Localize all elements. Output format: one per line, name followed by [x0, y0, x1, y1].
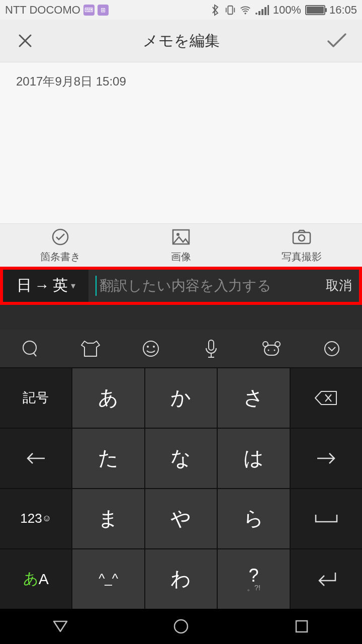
key-mode-switch[interactable]: あA: [0, 549, 71, 609]
wifi-icon: [240, 5, 251, 16]
suggestion-strip: [0, 305, 362, 330]
search-tool[interactable]: [0, 330, 60, 367]
status-bar: NTT DOCOMO ⌨ ⊞ 100% 16:05: [0, 0, 362, 20]
key-symbols[interactable]: 記号: [0, 368, 71, 428]
svg-point-13: [143, 341, 158, 356]
enter-icon: [315, 571, 337, 588]
vibrate-icon: [225, 5, 236, 16]
svg-point-7: [53, 229, 68, 245]
key-left[interactable]: [0, 429, 71, 488]
key-ha[interactable]: は: [218, 429, 289, 488]
language-selector[interactable]: 日 → 英 ▾: [3, 270, 88, 302]
key-backspace[interactable]: [291, 368, 362, 428]
key-ra[interactable]: ら: [218, 489, 289, 548]
collapse-tool[interactable]: [302, 330, 362, 367]
app-header: メモを編集: [0, 20, 362, 62]
memo-editor[interactable]: 2017年9月8日 15:09: [0, 62, 362, 223]
microphone-icon: [204, 339, 218, 358]
lang-from: 日: [17, 275, 32, 296]
key-ma[interactable]: ま: [72, 489, 144, 548]
key-punct[interactable]: ? 。?!: [218, 549, 289, 609]
svg-point-12: [23, 341, 36, 354]
emoji-tool[interactable]: [121, 330, 181, 367]
key-numeric[interactable]: 123☺: [0, 489, 71, 548]
circle-icon: [173, 618, 189, 634]
tshirt-tool[interactable]: [60, 330, 121, 367]
svg-point-11: [299, 235, 305, 241]
keyboard: 記号 あ か さ た な は 123☺ ま や ら あA ^_^ わ ? 。?!: [0, 367, 362, 609]
ime-badge-icon: ⌨: [83, 5, 95, 16]
svg-rect-19: [264, 345, 279, 355]
keyboard-toolbar: [0, 330, 362, 367]
svg-rect-3: [258, 11, 260, 15]
nav-back-button[interactable]: [49, 615, 71, 637]
svg-rect-6: [267, 5, 269, 15]
translate-input[interactable]: 翻訳したい内容を入力する: [88, 270, 319, 302]
key-a[interactable]: あ: [72, 368, 144, 428]
svg-point-14: [147, 346, 149, 348]
translate-cancel-button[interactable]: 取消: [319, 270, 359, 302]
image-button[interactable]: 画像: [121, 224, 241, 266]
key-enter[interactable]: [291, 549, 362, 609]
memo-timestamp: 2017年9月8日 15:09: [16, 73, 346, 90]
carrier-label: NTT DOCOMO: [5, 4, 80, 17]
svg-point-22: [325, 342, 339, 356]
attach-toolbar: 箇条書き 画像 写真撮影: [0, 223, 362, 266]
key-kaomoji[interactable]: ^_^: [72, 549, 144, 609]
svg-rect-16: [209, 340, 214, 350]
svg-rect-5: [264, 7, 266, 15]
svg-point-9: [176, 233, 179, 236]
chevron-down-icon: ▾: [71, 280, 75, 291]
key-ya[interactable]: や: [145, 489, 217, 548]
svg-point-2: [255, 13, 257, 15]
image-label: 画像: [171, 250, 191, 264]
bear-icon: [261, 340, 282, 357]
check-circle-icon: [50, 227, 70, 247]
key-sa[interactable]: さ: [218, 368, 289, 428]
image-icon: [171, 227, 191, 247]
chevron-down-circle-icon: [323, 340, 340, 357]
signal-icon: [255, 5, 269, 16]
svg-rect-24: [296, 621, 307, 632]
svg-rect-4: [261, 9, 263, 15]
battery-pct-label: 100%: [273, 4, 301, 17]
translate-bar: 日 → 英 ▾ 翻訳したい内容を入力する 取消: [0, 267, 362, 305]
key-right[interactable]: [291, 429, 362, 488]
tshirt-icon: [80, 340, 101, 357]
svg-point-21: [274, 349, 276, 351]
close-button[interactable]: [14, 30, 36, 52]
nav-home-button[interactable]: [170, 615, 192, 637]
bullet-list-button[interactable]: 箇条書き: [0, 224, 121, 266]
svg-point-1: [244, 13, 246, 14]
key-ta[interactable]: た: [72, 429, 144, 488]
triangle-down-icon: [52, 619, 69, 633]
bullet-list-label: 箇条書き: [40, 250, 80, 264]
camera-button[interactable]: 写真撮影: [241, 224, 362, 266]
mic-tool[interactable]: [181, 330, 241, 367]
camera-icon: [292, 227, 312, 247]
key-space[interactable]: [291, 489, 362, 548]
system-nav-bar: [0, 609, 362, 644]
svg-point-23: [174, 620, 188, 633]
camera-label: 写真撮影: [282, 250, 322, 264]
smile-icon: [142, 340, 160, 358]
text-cursor: [96, 276, 97, 296]
backspace-icon: [314, 389, 338, 407]
lang-to: 英: [53, 275, 68, 296]
svg-point-20: [268, 349, 269, 351]
speech-bubble-icon: [21, 340, 39, 358]
svg-rect-0: [228, 6, 232, 14]
nav-recent-button[interactable]: [291, 615, 313, 637]
translate-cancel-label: 取消: [326, 277, 352, 294]
page-title: メモを編集: [143, 31, 220, 51]
confirm-button[interactable]: [326, 30, 348, 52]
key-ka[interactable]: か: [145, 368, 217, 428]
space-icon: [315, 514, 338, 524]
bear-tool[interactable]: [241, 330, 302, 367]
key-wa[interactable]: わ: [145, 549, 217, 609]
key-na[interactable]: な: [145, 429, 217, 488]
key-punct-sub: 。?!: [247, 583, 261, 593]
square-icon: [295, 619, 309, 633]
app-badge-icon: ⊞: [98, 5, 109, 16]
arrow-right-icon: →: [35, 277, 50, 294]
